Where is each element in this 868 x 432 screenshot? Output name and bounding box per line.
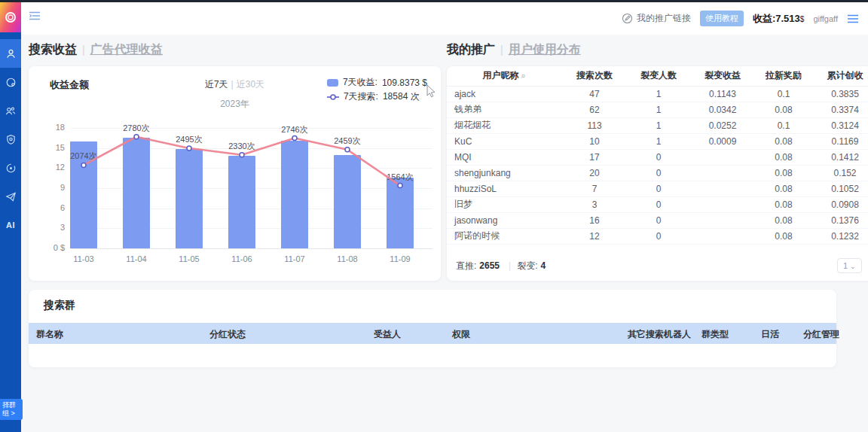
table-header-row: 用户昵称⌕搜索次数裂变人数裂变收益拉新奖励累计创收	[447, 66, 868, 86]
tab-ad-agency-revenue[interactable]: 广告代理收益	[90, 43, 163, 56]
search-icon[interactable]: ⌕	[521, 71, 525, 80]
search-groups-title: 搜索群	[44, 299, 75, 312]
search-count: 12	[561, 228, 628, 244]
group-col-header: 分红状态	[209, 328, 246, 341]
search-count: 17	[561, 149, 628, 165]
user-nickname[interactable]: shengjunkang	[447, 165, 561, 181]
fission-people[interactable]: 0	[628, 212, 689, 228]
menu-icon[interactable]	[847, 14, 859, 23]
tutorial-badge[interactable]: 使用教程	[700, 11, 744, 26]
search-count: 113	[561, 117, 628, 133]
fission-people[interactable]: 0	[628, 181, 689, 196]
total-revenue: 0.3124	[811, 117, 868, 133]
collapse-menu-icon[interactable]	[29, 11, 41, 24]
left-panel-heading: 搜索收益|广告代理收益	[29, 42, 163, 58]
right-panel-title: 我的推广	[447, 43, 495, 56]
x-axis-tick: 11-07	[268, 254, 321, 263]
bar-11-09[interactable]	[387, 178, 414, 248]
page-select[interactable]: 1 ⌄	[837, 258, 862, 273]
y-axis-tick: 3	[33, 223, 65, 232]
direct-count: 2655	[479, 260, 500, 271]
line-data-label: 2330次	[215, 141, 268, 152]
chart-legend: 7天收益: 109.8373 $ 7天搜索: 18584 次	[327, 75, 427, 104]
group-col-header: 群名称	[36, 328, 63, 341]
user-nickname[interactable]: ajack	[447, 86, 561, 102]
sidebar-item-profile[interactable]	[0, 39, 21, 68]
sidebar-item-security[interactable]	[0, 125, 21, 154]
user-nickname[interactable]: 阿诺的时候	[447, 228, 561, 244]
line-data-label: 2495次	[163, 134, 215, 145]
revenue-chart-card: 收益金额 近7天|近30天 2023年 7天收益: 109.8373 $ 7天搜…	[29, 66, 441, 281]
username: giffgaff	[813, 14, 838, 23]
people-icon	[5, 105, 17, 117]
fission-people[interactable]: 0	[628, 196, 689, 212]
fission-people[interactable]: 0	[628, 149, 689, 165]
fission-people[interactable]: 1	[628, 117, 689, 133]
bar-11-07[interactable]	[281, 141, 308, 248]
search-count: 62	[561, 102, 628, 117]
sidebar-item-globe[interactable]	[0, 68, 21, 96]
user-nickname[interactable]: hhuzziSoL	[447, 181, 561, 196]
fission-revenue	[689, 181, 756, 196]
fission-count: 4	[541, 260, 546, 271]
x-axis-tick: 11-05	[163, 254, 215, 263]
search-groups-card: 搜索群 群名称分红状态受益人权限其它搜索机器人群类型日活分红管理	[29, 290, 836, 367]
x-axis-tick: 11-06	[215, 254, 268, 263]
fission-people[interactable]: 0	[628, 228, 689, 244]
promo-link-button[interactable]: 我的推广链接	[622, 12, 691, 25]
x-axis-tick: 11-08	[321, 254, 374, 263]
col-header[interactable]: 用户昵称⌕	[447, 66, 561, 86]
sidebar-item-send[interactable]	[0, 182, 21, 211]
bar-11-04[interactable]	[123, 138, 150, 248]
fission-revenue: 0.1143	[689, 86, 756, 102]
col-header: 累计创收	[811, 66, 868, 86]
referral-reward: 0.08	[756, 212, 811, 228]
tab-last-7-days[interactable]: 近7天	[205, 79, 228, 90]
sidebar-bottom-badge[interactable]: 择群 组 >	[0, 399, 23, 420]
globe-icon	[5, 77, 17, 88]
bar-11-05[interactable]	[176, 149, 203, 248]
search-count: 16	[561, 212, 628, 228]
fission-revenue	[689, 149, 756, 165]
fission-people[interactable]: 0	[628, 165, 689, 181]
tab-last-30-days[interactable]: 近30天	[237, 79, 264, 90]
sidebar-item-ai[interactable]: AI	[0, 211, 21, 239]
table-row: KuC1010.00090.080.1169	[447, 133, 868, 149]
sidebar-item-team[interactable]	[0, 96, 21, 125]
user-nickname[interactable]: 钱弟弟	[447, 102, 561, 117]
person-icon	[5, 48, 17, 59]
referral-reward: 0.08	[756, 133, 811, 149]
search-count: 10	[561, 133, 628, 149]
fission-people[interactable]: 1	[628, 133, 689, 149]
y-axis-tick: 6	[33, 203, 65, 212]
line-data-label: 1564次	[374, 172, 426, 183]
table-row: 阿诺的时候1200.080.1232	[447, 228, 868, 244]
col-header: 拉新奖励	[756, 66, 811, 86]
table-row: jasonwang1600.080.1376	[447, 212, 868, 228]
fission-revenue: 0.0252	[689, 117, 756, 133]
user-nickname[interactable]: MQI	[447, 149, 561, 165]
sidebar-item-discover[interactable]	[0, 154, 21, 182]
bar-11-06[interactable]	[228, 156, 255, 248]
bar-11-08[interactable]	[334, 155, 361, 248]
promotion-table-card: 用户昵称⌕搜索次数裂变人数裂变收益拉新奖励累计创收 ajack4710.1143…	[447, 66, 868, 281]
user-nickname[interactable]: 烟花烟花	[447, 117, 561, 133]
fission-people[interactable]: 1	[628, 86, 689, 102]
sidebar: AI 择群 组 >	[0, 0, 21, 432]
badge-line-2: 组 >	[2, 409, 21, 418]
badge-line-1: 择群	[2, 401, 21, 409]
referral-reward: 0.08	[756, 196, 811, 212]
user-nickname[interactable]: jasonwang	[447, 212, 561, 228]
fission-revenue	[689, 212, 756, 228]
left-panel-title: 搜索收益	[29, 43, 77, 56]
user-nickname[interactable]: 旧梦	[447, 196, 561, 212]
chevron-down-icon: ⌄	[850, 263, 856, 270]
user-nickname[interactable]: KuC	[447, 133, 561, 149]
app-logo[interactable]	[0, 2, 21, 32]
ai-label: AI	[6, 221, 15, 230]
fission-people[interactable]: 1	[628, 102, 689, 117]
tab-user-distribution[interactable]: 用户使用分布	[509, 43, 581, 56]
table-row: 钱弟弟6210.03420.080.3374	[447, 102, 868, 117]
total-revenue: 0.1169	[811, 133, 868, 149]
line-data-label: 2746次	[268, 124, 321, 135]
